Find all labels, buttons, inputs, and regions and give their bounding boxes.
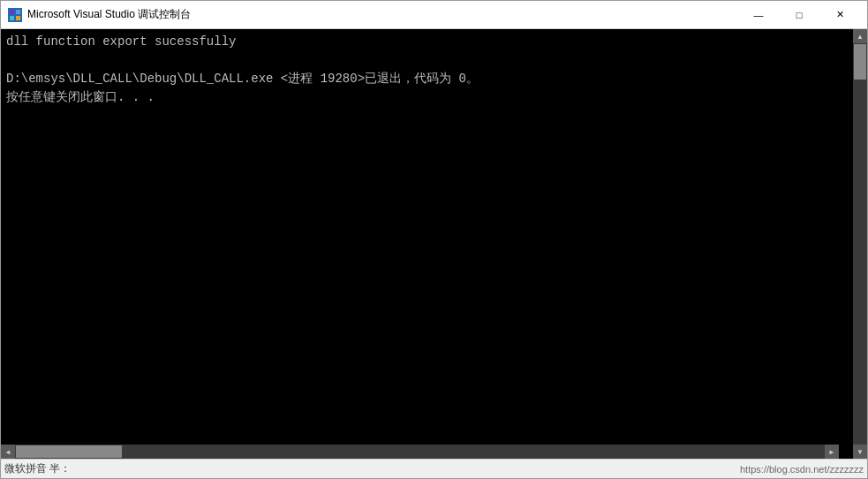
scroll-v-track[interactable] — [853, 80, 867, 445]
console-line: D:\emsys\DLL_CALL\Debug\DLL_CALL.exe <进程… — [6, 70, 848, 88]
app-icon — [8, 8, 22, 22]
scroll-right-arrow[interactable]: ▶ — [825, 445, 839, 459]
console-line — [6, 51, 848, 70]
title-bar: Microsoft Visual Studio 调试控制台 — □ ✕ — [1, 1, 867, 29]
status-right: https://blog.csdn.net/zzzzzzz — [740, 464, 864, 475]
close-button[interactable]: ✕ — [819, 1, 860, 29]
svg-rect-0 — [10, 10, 14, 14]
svg-rect-2 — [10, 16, 14, 20]
status-bar: 微软拼音 半： https://blog.csdn.net/zzzzzzz — [1, 459, 867, 478]
minimize-button[interactable]: — — [738, 1, 779, 29]
scroll-v-thumb[interactable] — [854, 44, 866, 80]
main-window: Microsoft Visual Studio 调试控制台 — □ ✕ dll … — [0, 0, 868, 479]
svg-rect-3 — [16, 16, 20, 20]
status-left: 微软拼音 半： — [4, 461, 740, 476]
console-line: dll function export sucessfully — [6, 33, 848, 51]
console-wrapper: dll function export sucessfully D:\emsys… — [1, 29, 867, 459]
horizontal-scrollbar[interactable]: ◀ ▶ — [1, 445, 839, 459]
console-content: dll function export sucessfully D:\emsys… — [6, 33, 848, 455]
scroll-down-arrow[interactable]: ▼ — [853, 445, 867, 459]
scroll-h-thumb[interactable] — [16, 445, 122, 458]
maximize-button[interactable]: □ — [779, 1, 819, 29]
scroll-left-arrow[interactable]: ◀ — [1, 445, 15, 459]
svg-rect-1 — [16, 10, 20, 14]
console-line: 按任意键关闭此窗口. . . — [6, 88, 848, 107]
window-title: Microsoft Visual Studio 调试控制台 — [27, 7, 738, 22]
vertical-scrollbar[interactable]: ▲ ▼ — [853, 29, 867, 459]
window-controls: — □ ✕ — [738, 1, 860, 29]
console-area[interactable]: dll function export sucessfully D:\emsys… — [1, 29, 853, 459]
scroll-up-arrow[interactable]: ▲ — [853, 29, 867, 43]
